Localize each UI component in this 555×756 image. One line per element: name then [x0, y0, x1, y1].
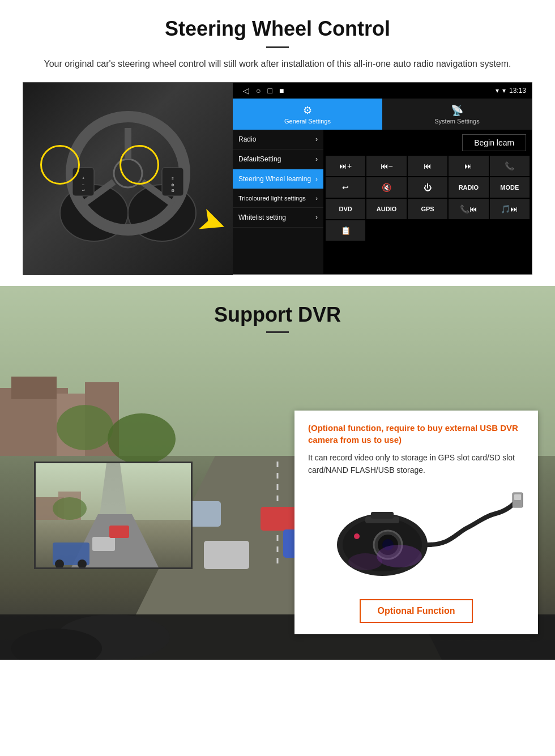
system-settings-icon: 📡 — [451, 104, 463, 117]
back-icon: ◁ — [243, 86, 249, 95]
tab-general-settings[interactable]: ⚙ General Settings — [233, 99, 382, 130]
next-btn[interactable]: ⏭ — [449, 156, 488, 176]
svg-point-50 — [354, 533, 360, 539]
menu-tricoloured-light[interactable]: Tricoloured light settings › — [233, 189, 323, 208]
controls-grid: ⏭+ ⏮− ⏮ ⏭ 📞 ↩ 🔇 ⏻ RADIO MODE DVD AUDIO — [323, 156, 532, 241]
thumb-svg — [36, 463, 193, 569]
svg-point-53 — [377, 545, 422, 567]
gps-btn[interactable]: GPS — [408, 199, 447, 219]
steering-title: Steering Wheel Control — [23, 17, 532, 41]
power-btn[interactable]: ⏻ — [408, 177, 447, 198]
settings-body: Radio › DefaultSetting › Steering Wheel … — [233, 130, 532, 274]
prev-btn[interactable]: ⏮ — [408, 156, 447, 176]
radio-btn[interactable]: RADIO — [449, 177, 488, 198]
optional-note: (Optional function, require to buy exter… — [308, 422, 524, 446]
dvr-description: It can record video only to storage in G… — [308, 451, 524, 477]
title-divider — [266, 46, 289, 48]
home-icon: ○ — [256, 86, 261, 95]
svg-text:+: + — [82, 176, 85, 181]
dvr-title-area: Support DVR — [0, 286, 555, 333]
extra-btn[interactable]: 📋 — [326, 220, 365, 241]
svg-text:−: − — [82, 182, 85, 187]
vol-up-btn[interactable]: ⏭+ — [326, 156, 365, 176]
time-display: 13:13 — [509, 87, 526, 95]
svg-rect-52 — [514, 494, 521, 500]
svg-point-54 — [348, 553, 382, 570]
svg-point-36 — [53, 497, 87, 520]
svg-rect-27 — [261, 507, 297, 531]
ui-screenshot: + − ↩ ≡ ⊕ ⚙ ➤ ◁ — [23, 82, 532, 275]
phone-btn[interactable]: 📞 — [490, 156, 530, 176]
svg-text:≡: ≡ — [172, 177, 174, 180]
hang-up-btn[interactable]: ↩ — [326, 177, 365, 198]
yellow-circle-left — [40, 145, 80, 185]
svg-rect-49 — [371, 512, 394, 519]
signal-icon: ▾ — [496, 87, 499, 95]
call-prev-btn[interactable]: 📞⏮ — [449, 199, 488, 219]
tab-system-label: System Settings — [434, 118, 479, 125]
controls-area: Begin learn ⏭+ ⏮− ⏮ ⏭ 📞 ↩ 🔇 ⏻ RADIO — [323, 130, 532, 274]
yellow-circle-right — [119, 145, 159, 185]
begin-learn-row: Begin learn — [323, 130, 532, 156]
road-thumbnail — [34, 462, 193, 569]
menu-radio[interactable]: Radio › — [233, 130, 323, 150]
android-ui: ◁ ○ □ ■ ▾ ▾ 13:13 ⚙ General Settings — [233, 83, 532, 274]
menu-list: Radio › DefaultSetting › Steering Wheel … — [233, 130, 323, 274]
recents-icon: □ — [267, 86, 272, 95]
svg-rect-38 — [92, 537, 115, 551]
svg-rect-17 — [11, 377, 57, 399]
svg-point-23 — [57, 405, 113, 450]
general-settings-icon: ⚙ — [303, 104, 312, 117]
steering-section: Steering Wheel Control Your original car… — [0, 0, 555, 286]
road-thumb-inner — [36, 463, 191, 567]
begin-learn-button[interactable]: Begin learn — [462, 134, 526, 151]
menu-icon: ■ — [279, 86, 284, 95]
settings-tabs: ⚙ General Settings 📡 System Settings — [233, 99, 532, 130]
menu-default-setting[interactable]: DefaultSetting › — [233, 150, 323, 169]
steering-wheel-photo: + − ↩ ≡ ⊕ ⚙ ➤ — [23, 83, 233, 275]
wifi-icon: ▾ — [502, 87, 506, 95]
menu-whitelist[interactable]: Whitelist setting › — [233, 208, 323, 228]
svg-point-24 — [108, 413, 176, 464]
optional-function-button[interactable]: Optional Function — [360, 599, 473, 623]
dvr-section: Support DVR — [0, 286, 555, 660]
svg-text:⊕: ⊕ — [171, 183, 174, 187]
svg-point-42 — [78, 559, 87, 569]
svg-rect-25 — [204, 541, 249, 569]
camera-svg — [309, 488, 524, 590]
android-topbar: ◁ ○ □ ■ ▾ ▾ 13:13 — [233, 83, 532, 99]
menu-steering-wheel-learning[interactable]: Steering Wheel learning › — [233, 169, 323, 189]
mute-btn[interactable]: 🔇 — [366, 177, 406, 198]
steering-description: Your original car's steering wheel contr… — [34, 57, 521, 71]
svg-point-41 — [55, 559, 64, 569]
svg-text:⚙: ⚙ — [171, 189, 174, 193]
tab-general-label: General Settings — [284, 118, 331, 125]
dvd-btn[interactable]: DVD — [326, 199, 365, 219]
tab-system-settings[interactable]: 📡 System Settings — [382, 99, 532, 130]
music-next-btn[interactable]: 🎵⏭ — [490, 199, 530, 219]
dvr-title: Support DVR — [0, 303, 555, 327]
svg-rect-39 — [109, 526, 129, 538]
dvr-camera-image — [308, 488, 524, 590]
audio-btn[interactable]: AUDIO — [366, 199, 406, 219]
dvr-title-divider — [266, 331, 289, 333]
nav-icons: ◁ ○ □ ■ — [243, 86, 284, 95]
svg-text:↩: ↩ — [82, 189, 85, 192]
mode-btn[interactable]: MODE — [490, 177, 530, 198]
dvr-info-card: (Optional function, require to buy exter… — [294, 411, 538, 634]
status-bar: ▾ ▾ 13:13 — [496, 87, 526, 95]
vol-down-btn[interactable]: ⏮− — [366, 156, 406, 176]
